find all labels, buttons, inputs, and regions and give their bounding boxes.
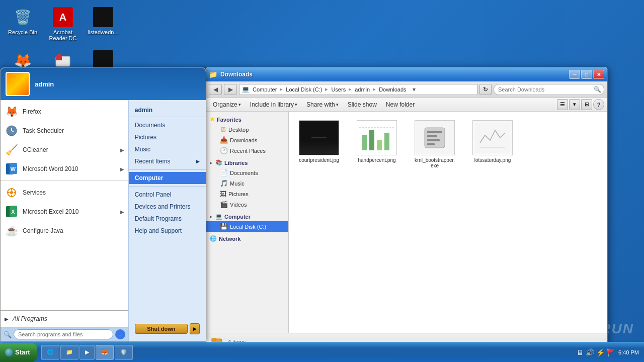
organize-menu[interactable]: Organize ▾ <box>209 100 245 110</box>
address-admin[interactable]: admin <box>354 86 371 93</box>
svg-rect-9 <box>362 135 367 150</box>
taskbar-firefox[interactable]: 🦊 <box>96 345 114 360</box>
sidebar-item-videos[interactable]: 🎬 Videos <box>206 199 288 210</box>
file-name-handpercent: handpercent.png <box>358 157 395 163</box>
file-handpercent[interactable]: handpercent.png <box>352 117 402 172</box>
sidebar-item-documents[interactable]: 📄 Documents <box>206 167 288 178</box>
sidebar-item-recent-places[interactable]: 🕐 Recent Places <box>206 145 288 156</box>
right-item-pictures[interactable]: Pictures <box>129 131 206 143</box>
view-list-button[interactable]: ☰ <box>557 99 568 110</box>
file-name-krnl: krnl_bootstrapper. exe <box>413 157 456 168</box>
view-details-button[interactable]: ⊞ <box>581 99 592 110</box>
app-item-excel[interactable]: X Microsoft Excel 2010 ▶ <box>1 202 128 221</box>
taskbar-avira[interactable]: 🛡️ <box>115 345 133 360</box>
app-item-word[interactable]: W Microsoft Word 2010 ▶ <box>1 159 128 178</box>
right-item-default-programs[interactable]: Default Programs <box>129 213 206 225</box>
app-item-firefox[interactable]: 🦊 Firefox <box>1 102 128 121</box>
right-item-music[interactable]: Music <box>129 143 206 155</box>
sidebar-computer-header[interactable]: ▸ 💻 Computer <box>206 212 288 221</box>
address-dropdown[interactable]: ▾ <box>410 85 419 94</box>
file-area[interactable]: courtpresident.jpg <box>289 112 607 333</box>
sidebar-item-pictures[interactable]: 🖼 Pictures <box>206 189 288 199</box>
tray-icon-network[interactable]: 🖥 <box>577 348 584 356</box>
tray-icon-battery[interactable]: ⚡ <box>596 348 605 356</box>
explorer-title: Downloads <box>220 71 566 78</box>
taskbar-media[interactable]: ▶ <box>79 345 95 360</box>
organize-chevron: ▾ <box>238 102 241 107</box>
taskbar-ie[interactable]: 🌐 <box>41 345 59 360</box>
maximize-button[interactable]: □ <box>581 70 592 79</box>
firefox-app-label: Firefox <box>23 108 124 115</box>
icon-listedwedn[interactable]: listedwedn... <box>86 5 121 43</box>
app-item-java[interactable]: ☕ Configure Java <box>1 221 128 240</box>
right-item-help-support[interactable]: Help and Support <box>129 225 206 237</box>
sidebar-favorites-header[interactable]: ★ Favorites <box>206 115 288 124</box>
shutdown-button[interactable]: Shut down <box>135 324 188 334</box>
right-item-recent-items[interactable]: Recent Items ▶ <box>129 155 206 167</box>
sidebar-item-downloads[interactable]: 📥 Downloads <box>206 135 288 145</box>
help-button[interactable]: ? <box>593 99 604 110</box>
right-item-computer[interactable]: Computer <box>129 172 206 184</box>
app-item-task-scheduler[interactable]: Task Scheduler <box>1 121 128 140</box>
tray-icon-flag[interactable]: 🚩 <box>607 348 615 356</box>
address-disk[interactable]: Local Disk (C:) <box>285 86 323 93</box>
search-icon[interactable]: 🔍 <box>594 86 601 93</box>
icon-recycle-bin[interactable]: 🗑️ Recycle Bin <box>5 5 40 43</box>
sidebar-videos-label: Videos <box>230 202 247 208</box>
ccleaner-label: CCleaner <box>23 146 116 153</box>
shutdown-arrow-button[interactable]: ▶ <box>190 323 200 334</box>
start-button[interactable]: Start <box>0 343 37 362</box>
include-library-menu[interactable]: Include in library ▾ <box>246 100 301 110</box>
address-users[interactable]: Users <box>330 86 347 93</box>
right-item-control-panel[interactable]: Control Panel <box>129 189 206 201</box>
music-icon: 🎵 <box>220 179 228 187</box>
start-search-bar: 🔍 → <box>1 327 128 341</box>
taskbar-explorer[interactable]: 📁 <box>60 345 78 360</box>
svg-point-32 <box>10 191 13 194</box>
sidebar-libraries-header[interactable]: ▸ 📚 Libraries <box>206 158 288 167</box>
favorites-icon: ★ <box>210 116 215 123</box>
slide-show-menu[interactable]: Slide show <box>344 100 381 110</box>
excel-label: Microsoft Excel 2010 <box>23 208 116 215</box>
view-chevron-button[interactable]: ▾ <box>569 99 580 110</box>
address-downloads[interactable]: Downloads <box>378 86 407 93</box>
icon-acrobat[interactable]: A Acrobat Reader DC <box>45 5 80 43</box>
sidebar-item-music[interactable]: 🎵 Music <box>206 178 288 189</box>
computer-label: Computer <box>224 214 251 220</box>
file-lotssaturday[interactable]: lotssaturday.png <box>467 117 518 172</box>
close-button[interactable]: ✕ <box>593 70 604 79</box>
sidebar-network-header[interactable]: 🌐 Network <box>206 234 288 243</box>
recent-places-icon: 🕐 <box>220 147 228 154</box>
new-folder-menu[interactable]: New folder <box>382 100 419 110</box>
file-name-courtpresident: courtpresident.jpg <box>299 157 339 163</box>
start-menu-bottom: ▶ All Programs <box>1 310 128 327</box>
svg-text:W: W <box>11 166 16 172</box>
app-item-ccleaner[interactable]: 🧹 CCleaner ▶ <box>1 140 128 159</box>
address-computer[interactable]: Computer <box>252 86 278 93</box>
address-bar[interactable]: 💻 Computer ▸ Local Disk (C:) ▸ Users ▸ a… <box>239 84 477 95</box>
app-item-services[interactable]: Services <box>1 183 128 202</box>
start-search-input[interactable] <box>14 329 113 339</box>
back-button[interactable]: ◀ <box>209 84 222 95</box>
explorer-icon: 📁 <box>66 349 73 355</box>
search-input[interactable] <box>494 84 604 95</box>
right-item-documents[interactable]: Documents <box>129 119 206 131</box>
svg-rect-2 <box>57 54 61 57</box>
videos-icon: 🎬 <box>220 201 228 208</box>
start-search-button[interactable]: → <box>115 329 125 339</box>
desktop-row-1: 🗑️ Recycle Bin A Acrobat Reader DC liste… <box>5 5 121 43</box>
minimize-button[interactable]: ─ <box>569 70 580 79</box>
refresh-button[interactable]: ↻ <box>479 84 492 95</box>
window-titlebar[interactable]: 📁 Downloads ─ □ ✕ <box>206 67 607 81</box>
all-programs-button[interactable]: ▶ All Programs <box>1 313 128 325</box>
tray-icon-volume[interactable]: 🔊 <box>586 348 594 356</box>
share-with-menu[interactable]: Share with ▾ <box>302 100 343 110</box>
word-arrow: ▶ <box>120 166 124 172</box>
sidebar-item-local-disk[interactable]: 💾 Local Disk (C:) <box>206 221 288 232</box>
file-krnl[interactable]: krnl_bootstrapper. exe <box>410 117 460 172</box>
file-courtpresident[interactable]: courtpresident.jpg <box>294 117 344 172</box>
right-item-devices-printers[interactable]: Devices and Printers <box>129 201 206 213</box>
forward-button[interactable]: ▶ <box>224 84 237 95</box>
include-library-label: Include in library <box>250 101 294 108</box>
sidebar-item-desktop[interactable]: 🖥 Desktop <box>206 124 288 135</box>
